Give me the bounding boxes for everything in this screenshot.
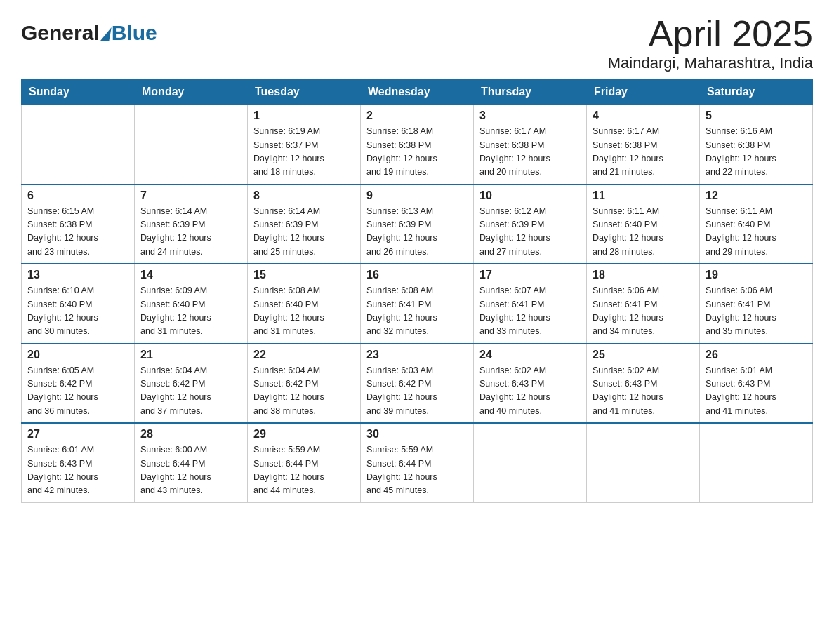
- calendar-cell: 5Sunrise: 6:16 AM Sunset: 6:38 PM Daylig…: [700, 105, 813, 185]
- cell-info-text: Sunrise: 6:11 AM Sunset: 6:40 PM Dayligh…: [593, 205, 694, 260]
- calendar-cell: 6Sunrise: 6:15 AM Sunset: 6:38 PM Daylig…: [22, 185, 135, 264]
- calendar-cell: 17Sunrise: 6:07 AM Sunset: 6:41 PM Dayli…: [474, 264, 587, 344]
- col-header-thursday: Thursday: [474, 80, 587, 105]
- col-header-wednesday: Wednesday: [361, 80, 474, 105]
- logo: GeneralBlue: [21, 21, 157, 45]
- week-row-3: 13Sunrise: 6:10 AM Sunset: 6:40 PM Dayli…: [22, 264, 813, 344]
- calendar-cell: 10Sunrise: 6:12 AM Sunset: 6:39 PM Dayli…: [474, 185, 587, 264]
- title-block: April 2025 Maindargi, Maharashtra, India: [608, 14, 813, 72]
- cell-day-number: 1: [253, 109, 355, 122]
- cell-day-number: 17: [479, 269, 581, 281]
- cell-day-number: 4: [593, 109, 694, 122]
- cell-info-text: Sunrise: 6:19 AM Sunset: 6:37 PM Dayligh…: [253, 125, 355, 180]
- cell-day-number: 5: [706, 109, 807, 122]
- cell-day-number: 26: [706, 349, 807, 361]
- cell-info-text: Sunrise: 6:13 AM Sunset: 6:39 PM Dayligh…: [366, 205, 468, 260]
- week-row-4: 20Sunrise: 6:05 AM Sunset: 6:42 PM Dayli…: [22, 344, 813, 424]
- calendar-cell: 20Sunrise: 6:05 AM Sunset: 6:42 PM Dayli…: [22, 344, 135, 424]
- cell-day-number: 13: [27, 269, 128, 281]
- cell-info-text: Sunrise: 6:04 AM Sunset: 6:42 PM Dayligh…: [253, 364, 355, 419]
- cell-info-text: Sunrise: 6:18 AM Sunset: 6:38 PM Dayligh…: [366, 125, 468, 180]
- cell-info-text: Sunrise: 6:09 AM Sunset: 6:40 PM Dayligh…: [140, 284, 241, 339]
- calendar-cell: [700, 423, 813, 502]
- calendar-cell: 3Sunrise: 6:17 AM Sunset: 6:38 PM Daylig…: [474, 105, 587, 185]
- calendar-cell: [474, 423, 587, 502]
- col-header-saturday: Saturday: [700, 80, 813, 105]
- calendar-cell: 28Sunrise: 6:00 AM Sunset: 6:44 PM Dayli…: [135, 423, 248, 502]
- cell-day-number: 11: [593, 189, 694, 202]
- calendar-table: SundayMondayTuesdayWednesdayThursdayFrid…: [21, 79, 813, 503]
- header-row: SundayMondayTuesdayWednesdayThursdayFrid…: [22, 80, 813, 105]
- cell-info-text: Sunrise: 6:03 AM Sunset: 6:42 PM Dayligh…: [366, 364, 468, 419]
- calendar-cell: 13Sunrise: 6:10 AM Sunset: 6:40 PM Dayli…: [22, 264, 135, 344]
- cell-day-number: 22: [253, 349, 355, 361]
- cell-info-text: Sunrise: 6:17 AM Sunset: 6:38 PM Dayligh…: [593, 125, 694, 180]
- cell-info-text: Sunrise: 6:14 AM Sunset: 6:39 PM Dayligh…: [253, 205, 355, 260]
- week-row-5: 27Sunrise: 6:01 AM Sunset: 6:43 PM Dayli…: [22, 423, 813, 502]
- cell-info-text: Sunrise: 6:01 AM Sunset: 6:43 PM Dayligh…: [27, 443, 128, 498]
- calendar-cell: 15Sunrise: 6:08 AM Sunset: 6:40 PM Dayli…: [248, 264, 361, 344]
- calendar-cell: 7Sunrise: 6:14 AM Sunset: 6:39 PM Daylig…: [135, 185, 248, 264]
- cell-day-number: 27: [27, 428, 128, 441]
- calendar-cell: 19Sunrise: 6:06 AM Sunset: 6:41 PM Dayli…: [700, 264, 813, 344]
- week-row-1: 1Sunrise: 6:19 AM Sunset: 6:37 PM Daylig…: [22, 105, 813, 185]
- calendar-cell: [587, 423, 700, 502]
- cell-day-number: 19: [706, 269, 807, 281]
- cell-info-text: Sunrise: 6:06 AM Sunset: 6:41 PM Dayligh…: [593, 284, 694, 339]
- cell-info-text: Sunrise: 5:59 AM Sunset: 6:44 PM Dayligh…: [253, 443, 355, 498]
- calendar-cell: 2Sunrise: 6:18 AM Sunset: 6:38 PM Daylig…: [361, 105, 474, 185]
- calendar-cell: 24Sunrise: 6:02 AM Sunset: 6:43 PM Dayli…: [474, 344, 587, 424]
- cell-day-number: 3: [479, 109, 581, 122]
- cell-info-text: Sunrise: 6:08 AM Sunset: 6:40 PM Dayligh…: [253, 284, 355, 339]
- cell-day-number: 15: [253, 269, 355, 281]
- calendar-cell: 22Sunrise: 6:04 AM Sunset: 6:42 PM Dayli…: [248, 344, 361, 424]
- cell-day-number: 7: [140, 189, 241, 202]
- calendar-cell: 21Sunrise: 6:04 AM Sunset: 6:42 PM Dayli…: [135, 344, 248, 424]
- cell-info-text: Sunrise: 6:02 AM Sunset: 6:43 PM Dayligh…: [593, 364, 694, 419]
- cell-day-number: 9: [366, 189, 468, 202]
- calendar-cell: 9Sunrise: 6:13 AM Sunset: 6:39 PM Daylig…: [361, 185, 474, 264]
- cell-info-text: Sunrise: 6:07 AM Sunset: 6:41 PM Dayligh…: [479, 284, 581, 339]
- cell-info-text: Sunrise: 6:05 AM Sunset: 6:42 PM Dayligh…: [27, 364, 128, 419]
- cell-info-text: Sunrise: 6:06 AM Sunset: 6:41 PM Dayligh…: [706, 284, 807, 339]
- calendar-cell: 8Sunrise: 6:14 AM Sunset: 6:39 PM Daylig…: [248, 185, 361, 264]
- cell-day-number: 24: [479, 349, 581, 361]
- calendar-title: April 2025: [608, 14, 813, 54]
- cell-day-number: 30: [366, 428, 468, 441]
- cell-day-number: 2: [366, 109, 468, 122]
- cell-day-number: 10: [479, 189, 581, 202]
- cell-day-number: 12: [706, 189, 807, 202]
- calendar-cell: 27Sunrise: 6:01 AM Sunset: 6:43 PM Dayli…: [22, 423, 135, 502]
- cell-day-number: 18: [593, 269, 694, 281]
- col-header-sunday: Sunday: [22, 80, 135, 105]
- cell-day-number: 16: [366, 269, 468, 281]
- cell-day-number: 21: [140, 349, 241, 361]
- calendar-cell: 26Sunrise: 6:01 AM Sunset: 6:43 PM Dayli…: [700, 344, 813, 424]
- col-header-monday: Monday: [135, 80, 248, 105]
- cell-info-text: Sunrise: 6:01 AM Sunset: 6:43 PM Dayligh…: [706, 364, 807, 419]
- cell-info-text: Sunrise: 6:14 AM Sunset: 6:39 PM Dayligh…: [140, 205, 241, 260]
- cell-info-text: Sunrise: 5:59 AM Sunset: 6:44 PM Dayligh…: [366, 443, 468, 498]
- calendar-cell: 18Sunrise: 6:06 AM Sunset: 6:41 PM Dayli…: [587, 264, 700, 344]
- week-row-2: 6Sunrise: 6:15 AM Sunset: 6:38 PM Daylig…: [22, 185, 813, 264]
- cell-info-text: Sunrise: 6:16 AM Sunset: 6:38 PM Dayligh…: [706, 125, 807, 180]
- calendar-cell: 12Sunrise: 6:11 AM Sunset: 6:40 PM Dayli…: [700, 185, 813, 264]
- cell-day-number: 6: [27, 189, 128, 202]
- cell-info-text: Sunrise: 6:00 AM Sunset: 6:44 PM Dayligh…: [140, 443, 241, 498]
- calendar-body: 1Sunrise: 6:19 AM Sunset: 6:37 PM Daylig…: [22, 105, 813, 502]
- cell-info-text: Sunrise: 6:15 AM Sunset: 6:38 PM Dayligh…: [27, 205, 128, 260]
- calendar-cell: 25Sunrise: 6:02 AM Sunset: 6:43 PM Dayli…: [587, 344, 700, 424]
- calendar-cell: 14Sunrise: 6:09 AM Sunset: 6:40 PM Dayli…: [135, 264, 248, 344]
- cell-info-text: Sunrise: 6:02 AM Sunset: 6:43 PM Dayligh…: [479, 364, 581, 419]
- cell-day-number: 28: [140, 428, 241, 441]
- calendar-cell: 16Sunrise: 6:08 AM Sunset: 6:41 PM Dayli…: [361, 264, 474, 344]
- col-header-friday: Friday: [587, 80, 700, 105]
- calendar-cell: [135, 105, 248, 185]
- cell-day-number: 20: [27, 349, 128, 361]
- page-header: GeneralBlue April 2025 Maindargi, Mahara…: [21, 14, 813, 72]
- calendar-header: SundayMondayTuesdayWednesdayThursdayFrid…: [22, 80, 813, 105]
- cell-day-number: 23: [366, 349, 468, 361]
- calendar-cell: 4Sunrise: 6:17 AM Sunset: 6:38 PM Daylig…: [587, 105, 700, 185]
- cell-info-text: Sunrise: 6:08 AM Sunset: 6:41 PM Dayligh…: [366, 284, 468, 339]
- calendar-subtitle: Maindargi, Maharashtra, India: [608, 54, 813, 72]
